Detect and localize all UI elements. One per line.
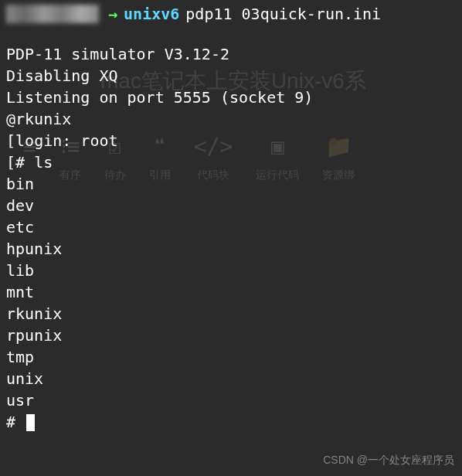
ls-item: rkunix bbox=[6, 303, 456, 325]
ls-item: hpunix bbox=[6, 238, 456, 260]
cursor-icon bbox=[26, 414, 35, 431]
current-directory: unixv6 bbox=[124, 3, 179, 25]
ls-item: rpunix bbox=[6, 325, 456, 346]
prompt-arrow-icon: → bbox=[108, 3, 117, 25]
terminal-output: PDP-11 simulator V3.12-2 Disabling XQ Li… bbox=[6, 28, 456, 433]
blurred-hostname bbox=[6, 5, 99, 23]
ls-item: dev bbox=[6, 195, 456, 216]
output-line: [# ls bbox=[6, 151, 456, 173]
prompt-cursor-line: # bbox=[6, 411, 456, 433]
ls-item: lib bbox=[6, 260, 456, 281]
output-line: PDP-11 simulator V3.12-2 bbox=[6, 43, 456, 65]
watermark: CSDN @一个处女座程序员 bbox=[323, 453, 454, 468]
shell-prompt-line: → unixv6 pdp11 03quick-run.ini bbox=[6, 0, 456, 28]
command-text: pdp11 03quick-run.ini bbox=[185, 3, 381, 25]
output-line: Listening on port 5555 (socket 9) bbox=[6, 87, 456, 108]
ls-item: usr bbox=[6, 389, 456, 411]
ls-item: unix bbox=[6, 368, 456, 389]
ls-item: mnt bbox=[6, 281, 456, 303]
terminal-window[interactable]: → unixv6 pdp11 03quick-run.ini PDP-11 si… bbox=[0, 0, 462, 433]
output-line: Disabling XQ bbox=[6, 65, 456, 87]
ls-item: tmp bbox=[6, 346, 456, 368]
ls-item: etc bbox=[6, 216, 456, 238]
output-line: @rkunix bbox=[6, 108, 456, 130]
ls-item: bin bbox=[6, 173, 456, 195]
output-line: [login: root bbox=[6, 130, 456, 151]
